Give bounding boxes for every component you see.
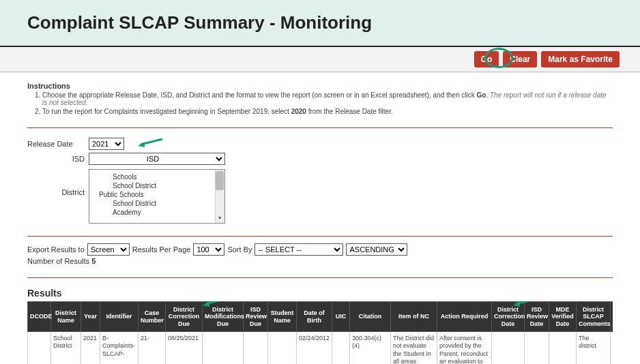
col-isd-review-due[interactable]: ISD Review Due xyxy=(244,302,268,332)
table-header-row: DCODE District Name Year Identifier Case… xyxy=(28,302,613,332)
col-item-nc[interactable]: Item of NC xyxy=(391,302,437,332)
cell-student-name xyxy=(268,332,297,364)
district-label: District xyxy=(27,169,89,196)
col-action-required[interactable]: Action Required xyxy=(437,302,492,332)
col-mod-due[interactable]: District Modifications Due xyxy=(203,302,244,332)
col-isd-review-date[interactable]: ISD Review Date xyxy=(525,302,549,332)
cell-isd-review-due xyxy=(244,332,268,364)
district-row: District Schools School District Public … xyxy=(27,169,613,224)
district-listbox[interactable]: Schools School District Public Schools S… xyxy=(89,169,225,224)
toolbar: Go Clear Mark as Favorite xyxy=(0,47,640,72)
col-district-comments[interactable]: District SLCAP Comments xyxy=(577,302,611,332)
export-label: Export Results to xyxy=(27,245,85,254)
cell-citation: 300.304(c)(4) xyxy=(350,332,391,364)
cell-dob: 02/24/2012 xyxy=(297,332,332,364)
sort-dir-select[interactable]: ASCENDING xyxy=(346,243,407,256)
district-option[interactable]: Academy xyxy=(93,208,220,217)
rpp-label: Results Per Page xyxy=(132,245,191,254)
col-year[interactable]: Year xyxy=(81,302,100,332)
instruction-item-2: To run the report for Complaints investi… xyxy=(42,108,613,115)
district-option[interactable]: Public Schools xyxy=(93,190,220,199)
cell-mde-verified xyxy=(549,332,577,364)
cell-identifier: B-Complaints-SLCAP- xyxy=(100,332,139,364)
cell-case-number: 21- xyxy=(139,332,166,364)
release-date-row: Release Date 2021 xyxy=(27,138,613,150)
district-scrollbar[interactable]: ▾ xyxy=(215,170,224,223)
col-dcode[interactable]: DCODE xyxy=(28,302,51,332)
cell-uic xyxy=(332,332,350,364)
divider xyxy=(27,236,613,237)
results-table-wrap: DCODE District Name Year Identifier Case… xyxy=(27,301,613,364)
col-correction-date[interactable]: District Correction Date xyxy=(492,302,525,332)
col-student-name[interactable]: Student Name xyxy=(268,302,297,332)
table-row[interactable]: School District 2021 B-Complaints-SLCAP-… xyxy=(28,332,613,364)
release-date-label: Release Date xyxy=(27,140,89,148)
header-band: Complaint SLCAP Summary - Monitoring xyxy=(0,0,640,47)
cell-correction-date xyxy=(492,332,525,364)
divider xyxy=(27,127,613,128)
cell-dcode xyxy=(28,332,51,364)
instructions-heading: Instructions xyxy=(27,82,613,90)
release-date-select[interactable]: 2021 xyxy=(89,138,124,150)
mark-favorite-button[interactable]: Mark as Favorite xyxy=(541,51,620,67)
instruction-item-1: Choose the appropriate Release Date, ISD… xyxy=(42,91,613,106)
cell-isd-review-date xyxy=(525,332,549,364)
col-correction-due[interactable]: District Correction Due xyxy=(166,302,203,332)
results-table: DCODE District Name Year Identifier Case… xyxy=(27,301,613,364)
sort-by-select[interactable]: -- SELECT -- xyxy=(254,243,343,256)
col-mde-verified[interactable]: MDE Verified Date xyxy=(549,302,577,332)
col-dob[interactable]: Date of Birth xyxy=(297,302,332,332)
col-case-number[interactable]: Case Number xyxy=(139,302,166,332)
page-title: Complaint SLCAP Summary - Monitoring xyxy=(27,12,613,33)
cell-isd-comments xyxy=(611,332,613,364)
annotation-arrow-release xyxy=(136,138,164,149)
clear-button[interactable]: Clear xyxy=(503,51,537,67)
cell-correction-due: 08/25/2021 xyxy=(166,332,203,364)
cell-item-nc: The District did not evaluate the Studen… xyxy=(391,332,437,364)
scroll-thumb[interactable] xyxy=(216,171,224,190)
num-results: Number of Results 5 xyxy=(27,257,613,265)
results-heading: Results xyxy=(27,288,613,299)
scroll-down-icon[interactable]: ▾ xyxy=(216,215,224,222)
col-identifier[interactable]: Identifier xyxy=(100,302,139,332)
sort-label: Sort By xyxy=(227,245,252,254)
col-district-name[interactable]: District Name xyxy=(51,302,81,332)
export-mode-select[interactable]: Screen xyxy=(87,243,130,256)
cell-action-required: After consent is provided by the Parent,… xyxy=(437,332,492,364)
col-isd-comments[interactable]: ISD SLCAP Comments xyxy=(611,302,613,332)
instructions: Instructions Choose the appropriate Rele… xyxy=(27,82,613,115)
cell-mod-due xyxy=(203,332,244,364)
district-option[interactable]: School District xyxy=(93,199,220,208)
district-option[interactable]: Schools xyxy=(93,172,220,181)
isd-label: ISD xyxy=(27,155,89,163)
rpp-select[interactable]: 100 xyxy=(193,243,224,256)
col-uic[interactable]: UIC xyxy=(332,302,350,332)
isd-row: ISD ISD xyxy=(27,153,613,165)
divider xyxy=(27,277,613,278)
export-row: Export Results to Screen Results Per Pag… xyxy=(27,243,613,256)
go-button[interactable]: Go xyxy=(474,51,499,67)
isd-select[interactable]: ISD xyxy=(89,153,225,165)
col-citation[interactable]: Citation xyxy=(350,302,391,332)
cell-district-name: School District xyxy=(51,332,81,364)
district-option[interactable]: School District xyxy=(93,181,220,190)
cell-district-comments: The district xyxy=(577,332,611,364)
cell-year: 2021 xyxy=(81,332,100,364)
